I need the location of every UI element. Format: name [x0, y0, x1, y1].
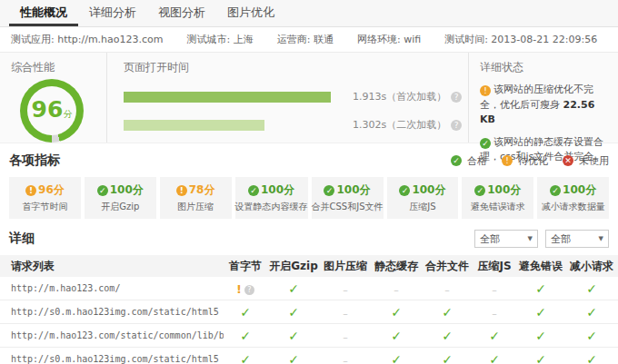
warning-circle-icon: !: [502, 155, 513, 166]
metric-card-avoid-errors[interactable]: ✓100分 避免错误请求: [462, 177, 533, 219]
help-icon[interactable]: ?: [451, 120, 462, 131]
metrics-legend: ✓合格 !待优化 ✕未使用: [451, 154, 609, 168]
table-cell: –: [320, 327, 371, 344]
table-row: http://m.hao123.com/static/common/lib/ba…: [0, 324, 618, 348]
table-cell: ✓: [516, 327, 565, 344]
first-load-label: 1.913s（首次加载）: [353, 90, 446, 103]
status-dot-icon: !: [176, 185, 187, 196]
metric-card-compress-js[interactable]: ✓100分 压缩JS: [387, 177, 459, 219]
table-cell: ✓: [267, 303, 320, 320]
request-url[interactable]: http://s0.m.hao123img.com/static/html5_2…: [0, 307, 224, 317]
table-cell: ✓: [267, 350, 320, 364]
first-load-bar-row: 1.913s（首次加载） ?: [124, 90, 468, 103]
tab-image-optimization[interactable]: 图片优化: [216, 0, 285, 26]
check-icon: ✓: [535, 281, 546, 296]
table-cell: ✓: [371, 350, 422, 364]
check-icon: ✓: [288, 352, 299, 364]
column-header-request-list: 请求列表: [0, 259, 224, 274]
page-load-panel: 页面打开时间 1.913s（首次加载） ? 1.302s（二次加载） ?: [107, 53, 469, 143]
filter-dropdowns: 全部▼ 全部▼: [474, 230, 609, 248]
first-load-bar: [124, 92, 331, 103]
table-row: http://m.hao123.com/!?✓––––✓✓: [0, 277, 618, 300]
column-header-compress-js: 压缩JS: [473, 259, 516, 274]
help-icon[interactable]: ?: [244, 285, 254, 295]
metric-card-static-cache[interactable]: ✓100分 设置静态内容缓存: [235, 177, 308, 219]
table-cell: –: [320, 280, 371, 297]
overall-score-title: 综合性能: [11, 60, 106, 75]
check-icon: ✓: [442, 329, 453, 343]
filter-dropdown-2[interactable]: 全部▼: [545, 230, 609, 248]
second-load-label: 1.302s（二次加载）: [353, 118, 446, 132]
column-header-static-cache: 静态缓存: [371, 259, 422, 274]
check-icon: ✓: [489, 352, 500, 364]
dash-icon: –: [343, 355, 348, 364]
check-icon: ✓: [586, 329, 597, 343]
chevron-down-icon: ▼: [599, 235, 603, 242]
metrics-header: 各项指标 ✓合格 !待优化 ✕未使用: [9, 152, 609, 169]
metric-label: 首字节时间: [22, 201, 67, 213]
metric-score: ✓100分: [324, 182, 370, 198]
column-header-gzip: 开启Gzip: [267, 259, 320, 274]
table-cell: ✓: [565, 303, 618, 320]
test-info-bar: 测试应用: http://m.hao123.com 测试城市: 上海 运营商: …: [0, 27, 618, 53]
test-city-info: 测试城市: 上海: [187, 33, 254, 46]
check-icon: ✓: [391, 352, 402, 364]
carrier-info: 运营商: 联通: [277, 33, 334, 46]
table-cell: –: [422, 280, 473, 297]
legend-pass: ✓合格: [451, 154, 487, 168]
table-cell: ✓: [224, 303, 267, 320]
metric-label: 设置静态内容缓存: [235, 201, 308, 213]
tab-view-analysis[interactable]: 视图分析: [147, 0, 216, 26]
table-cell: ✓: [473, 327, 516, 344]
check-icon: ✓: [240, 352, 251, 364]
metric-label: 减小请求数据量: [542, 201, 605, 213]
metric-score: ✓100分: [97, 182, 144, 198]
check-icon: ✓: [288, 329, 299, 343]
request-table-header: 请求列表 首字节 开启Gzip 图片压缩 静态缓存 合并文件 压缩JS 避免错误…: [0, 255, 618, 277]
metric-card-gzip[interactable]: ✓100分 开启Gzip: [85, 177, 156, 219]
dash-icon: –: [492, 284, 497, 296]
metric-label: 压缩JS: [409, 201, 435, 213]
tab-performance-overview[interactable]: 性能概况: [9, 0, 78, 26]
table-cell: ✓: [516, 303, 565, 320]
filter-dropdown-1[interactable]: 全部▼: [474, 230, 538, 248]
metric-card-reduce-request-size[interactable]: ✓100分 减小请求数据量: [537, 177, 609, 219]
details-header: 详细 全部▼ 全部▼: [9, 230, 609, 248]
table-row: http://s0.m.hao123img.com/static/html5_2…: [0, 348, 618, 364]
metric-card-image-compression[interactable]: !78分 图片压缩: [160, 177, 232, 219]
warning-circle-icon: !: [480, 85, 491, 96]
second-load-bar: [124, 120, 264, 131]
legend-to-optimize: !待优化: [502, 154, 548, 168]
table-cell: ✓: [473, 350, 516, 364]
check-icon: ✓: [288, 305, 299, 320]
metrics-title: 各项指标: [9, 152, 60, 169]
second-load-bar-row: 1.302s（二次加载） ?: [124, 118, 468, 132]
metric-score: ✓100分: [550, 182, 596, 198]
metric-card-merge-css-js[interactable]: ✓100分 合并CSS和JS文件: [312, 177, 384, 219]
table-cell: ✓: [267, 327, 320, 344]
score-value: 96: [32, 98, 64, 121]
status-dot-icon: ✓: [248, 185, 259, 196]
request-url[interactable]: http://s0.m.hao123img.com/static/html5_2…: [0, 354, 224, 364]
dash-icon: –: [343, 331, 348, 343]
network-info: 网络环境: wifi: [357, 33, 421, 46]
table-cell: ✓: [224, 350, 267, 364]
metric-card-first-byte[interactable]: !96分 首字节时间: [9, 177, 81, 219]
help-icon[interactable]: ?: [451, 92, 462, 103]
legend-unused: ✕未使用: [563, 154, 609, 168]
check-icon: ✓: [288, 281, 299, 296]
check-icon: ✓: [535, 305, 546, 320]
status-dot-icon: !: [25, 185, 36, 196]
legend-label: 未使用: [579, 154, 609, 168]
table-cell: ✓: [516, 280, 565, 297]
column-header-image-compression: 图片压缩: [320, 259, 371, 274]
request-url[interactable]: http://m.hao123.com/: [0, 283, 224, 293]
tab-detailed-analysis[interactable]: 详细分析: [78, 0, 147, 26]
table-cell: ✓: [224, 327, 267, 344]
table-cell: ✓: [516, 350, 565, 364]
warning-icon: !: [236, 282, 242, 296]
dropdown-value: 全部: [551, 232, 571, 246]
request-url[interactable]: http://m.hao123.com/static/common/lib/ba…: [0, 330, 224, 340]
dash-icon: –: [444, 284, 450, 296]
dash-icon: –: [492, 308, 497, 320]
